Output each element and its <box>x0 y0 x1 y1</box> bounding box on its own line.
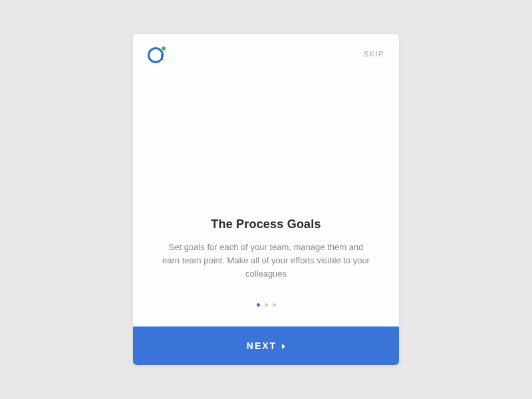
next-button-label: NEXT <box>247 340 277 351</box>
chevron-right-icon <box>282 344 285 349</box>
logo-dot-icon <box>161 46 166 51</box>
card-header: SKIP <box>133 34 399 65</box>
pagination-dot[interactable] <box>265 303 268 307</box>
onboarding-description: Set goals for each of your team, manage … <box>160 241 372 281</box>
onboarding-title: The Process Goals <box>211 217 321 231</box>
next-button[interactable]: NEXT <box>133 327 399 365</box>
skip-button[interactable]: SKIP <box>364 47 384 58</box>
card-content: The Process Goals Set goals for each of … <box>133 65 399 297</box>
pagination-dot[interactable] <box>273 303 276 307</box>
pagination-dots <box>133 297 399 327</box>
app-logo <box>148 47 165 65</box>
pagination-dot[interactable] <box>257 303 260 307</box>
onboarding-card: SKIP The Process Goals Set goals for eac… <box>133 34 399 365</box>
